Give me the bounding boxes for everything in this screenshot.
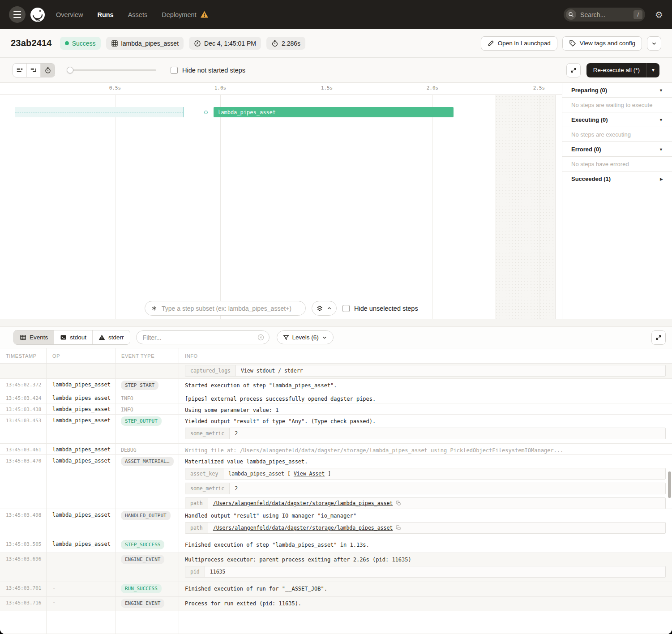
- search-input[interactable]: Search... /: [564, 8, 645, 21]
- tick-label: 2.0s: [427, 85, 439, 91]
- log-row[interactable]: 13:45:03.498lambda_pipes_assetHANDLED_OU…: [0, 509, 672, 538]
- nav-links: Overview Runs Assets Deployment: [56, 11, 209, 18]
- clear-filter-icon[interactable]: [257, 334, 265, 341]
- hide-not-started-checkbox[interactable]: Hide not started steps: [171, 67, 245, 74]
- metadata-entry: some_metric2: [185, 428, 666, 439]
- log-info: Materialized value lambda_pipes_asset.as…: [179, 455, 672, 509]
- slider-thumb[interactable]: [67, 67, 73, 73]
- step-start-marker-icon: [204, 111, 208, 114]
- log-row[interactable]: 13:45:03.424lambda_pipes_assetINFO[pipes…: [0, 392, 672, 403]
- log-event-type: STEP_START: [116, 379, 179, 392]
- start-time-tag: Dec 4, 1:45:01 PM: [189, 37, 261, 50]
- panel-splitter[interactable]: [0, 319, 672, 327]
- checkbox-icon[interactable]: [342, 305, 350, 312]
- nav-item-overview[interactable]: Overview: [56, 11, 83, 18]
- log-row[interactable]: 13:45:03.453lambda_pipes_assetSTEP_OUTPU…: [0, 415, 672, 444]
- log-row[interactable]: 13:45:03.505lambda_pipes_assetSTEP_SUCCE…: [0, 538, 672, 553]
- copy-icon[interactable]: [396, 501, 401, 506]
- gantt-step-bar[interactable]: lambda_pipes_asset: [214, 107, 454, 117]
- log-row[interactable]: 13:45:02.372lambda_pipes_assetSTEP_START…: [0, 379, 672, 392]
- job-tag[interactable]: lambda_pipes_asset: [106, 37, 184, 50]
- log-timestamp: 13:45:03.453: [0, 415, 47, 443]
- log-timestamp: 13:45:03.498: [0, 509, 47, 538]
- event-type-badge: STEP_SUCCESS: [121, 540, 164, 549]
- flat-view-button[interactable]: [13, 64, 27, 77]
- sidebar-section-preparing[interactable]: Preparing (0)▼: [562, 83, 672, 98]
- metadata-link[interactable]: /Users/alangenfeld/data/dagster/storage/…: [213, 500, 393, 506]
- nav-item-runs[interactable]: Runs: [97, 11, 113, 18]
- log-op: [47, 364, 116, 378]
- metadata-entry: some_metric2: [185, 483, 666, 494]
- gantt-timeline-axis: 0.5s 1.0s 1.5s 2.0s 2.5s: [0, 83, 562, 95]
- gantt-zoom-slider[interactable]: [67, 67, 156, 73]
- vertical-scrollbar[interactable]: [668, 471, 671, 498]
- metadata-text: lambda_pipes_asset: [228, 471, 284, 477]
- nav-item-deployment[interactable]: Deployment: [162, 11, 196, 18]
- duration-tag: 2.286s: [266, 37, 305, 50]
- funnel-icon: [283, 334, 289, 341]
- sidebar-section-succeeded[interactable]: Succeeded (1)▶: [562, 171, 672, 186]
- log-info: Multiprocess executor: parent process ex…: [179, 553, 672, 582]
- waterfall-view-button[interactable]: [27, 64, 41, 77]
- log-op: lambda_pipes_asset: [47, 509, 116, 538]
- tab-stdout[interactable]: stdout: [54, 330, 93, 344]
- log-info: [179, 611, 672, 634]
- log-row[interactable]: 13:45:03.701-RUN_SUCCESSFinished executi…: [0, 582, 672, 597]
- log-row[interactable]: captured_logsView stdout / stderr: [0, 364, 672, 379]
- sidebar-section-executing[interactable]: Executing (0)▼: [562, 112, 672, 127]
- log-event-type: RUN_SUCCESS: [116, 582, 179, 596]
- events-fullscreen-button[interactable]: [651, 330, 666, 345]
- log-info-text: Handled output "result" using IO manager…: [185, 512, 666, 519]
- metadata-key: asset_key: [185, 468, 223, 479]
- log-op: -: [47, 597, 116, 611]
- hamburger-menu-button[interactable]: [9, 6, 26, 23]
- log-row[interactable]: 13:45:03.696-ENGINE_EVENTMultiprocess ex…: [0, 553, 672, 582]
- gantt-fullscreen-button[interactable]: [566, 63, 581, 77]
- log-info: Process for run exited (pid: 11635).: [179, 597, 672, 611]
- log-op: lambda_pipes_asset: [47, 415, 116, 443]
- levels-filter-dropdown[interactable]: Levels (6): [277, 330, 334, 344]
- graph-query-toolbar[interactable]: [312, 301, 337, 316]
- sidebar-section-errored[interactable]: Errored (0)▼: [562, 142, 672, 157]
- log-filter-input[interactable]: Filter...: [136, 330, 270, 344]
- sidebar-empty-text: No steps have errored: [562, 157, 672, 171]
- timed-view-button[interactable]: [41, 64, 55, 77]
- run-actions-dropdown-button[interactable]: [647, 36, 661, 51]
- log-row[interactable]: 13:45:03.438lambda_pipes_assetINFOUsing …: [0, 403, 672, 415]
- log-row[interactable]: [0, 611, 672, 634]
- reexecute-dropdown-button[interactable]: ▼: [646, 63, 659, 77]
- checkbox-icon[interactable]: [171, 67, 178, 74]
- reexecute-all-button[interactable]: Re-execute all (*) ▼: [586, 63, 659, 77]
- chevron-up-icon[interactable]: [326, 305, 332, 311]
- log-event-type: [116, 611, 179, 634]
- log-op: lambda_pipes_asset: [47, 538, 116, 553]
- step-subset-input[interactable]: Type a step subset (ex: lambda_pipes_ass…: [145, 301, 306, 316]
- layers-icon[interactable]: [316, 305, 323, 312]
- log-info-text: [pipes] external process successfully op…: [185, 395, 666, 402]
- view-tags-config-button[interactable]: View tags and config: [562, 36, 642, 51]
- settings-gear-icon[interactable]: ⚙: [655, 10, 663, 19]
- warning-triangle-icon: [98, 334, 105, 341]
- metadata-link[interactable]: /Users/alangenfeld/data/dagster/storage/…: [213, 525, 393, 531]
- dagster-logo[interactable]: [29, 6, 46, 23]
- metadata-link[interactable]: View Asset: [294, 471, 325, 477]
- log-row[interactable]: 13:45:03.470lambda_pipes_assetASSET_MATE…: [0, 455, 672, 509]
- log-level-label: DEBUG: [121, 446, 137, 453]
- log-event-type: INFO: [116, 403, 179, 414]
- open-in-launchpad-button[interactable]: Open in Launchpad: [481, 36, 557, 51]
- top-navigation: Overview Runs Assets Deployment Search..…: [0, 0, 672, 29]
- nav-item-assets[interactable]: Assets: [128, 11, 148, 18]
- gantt-chart[interactable]: lambda_pipes_asset Type a step subset (e…: [0, 95, 562, 319]
- hide-unselected-checkbox[interactable]: Hide unselected steps: [342, 305, 418, 312]
- copy-icon[interactable]: [396, 525, 401, 531]
- log-info: [pipes] external process successfully op…: [179, 392, 672, 403]
- log-row[interactable]: 13:45:03.716-ENGINE_EVENTProcess for run…: [0, 597, 672, 611]
- log-info: Using some_parameter value: 1: [179, 403, 672, 414]
- sidebar-empty-text: No steps are waiting to execute: [562, 98, 672, 112]
- caret-down-icon: ▼: [659, 147, 663, 152]
- log-row[interactable]: 13:45:03.461lambda_pipes_assetDEBUGWriti…: [0, 444, 672, 455]
- tab-stderr[interactable]: stderr: [93, 330, 130, 344]
- metadata-value: 11635: [205, 566, 231, 577]
- metadata-key: some_metric: [185, 483, 230, 494]
- tab-events[interactable]: Events: [14, 330, 54, 344]
